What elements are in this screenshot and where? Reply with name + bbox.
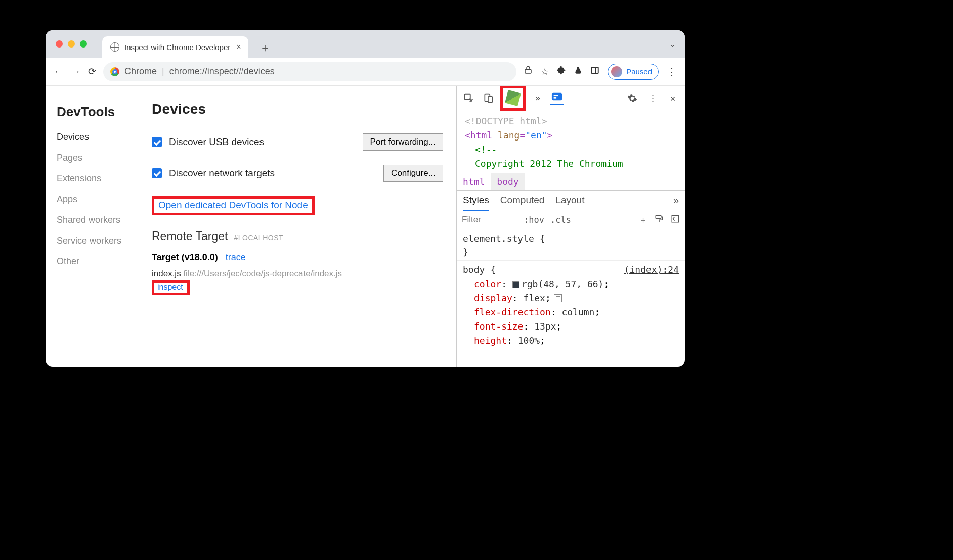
tab-dropdown-icon[interactable]: ⌄ [669, 39, 676, 49]
back-button[interactable]: ← [54, 66, 64, 77]
node-icon[interactable] [506, 91, 520, 105]
css-val: flex [524, 293, 545, 303]
rule-selector: body [463, 264, 485, 275]
devtools-panel: » ⋮ ✕ <!DOCTYPE html> <html lang="en"> [456, 86, 685, 367]
tab-computed[interactable]: Computed [500, 195, 545, 211]
tab-styles[interactable]: Styles [463, 195, 489, 211]
sidebar-item-pages[interactable]: Pages [57, 153, 147, 163]
crumb-body[interactable]: body [491, 173, 525, 190]
flex-icon[interactable] [554, 294, 562, 302]
usb-row: Discover USB devices Port forwarding... [152, 133, 443, 151]
target-name: Target (v18.0.0) [152, 252, 218, 262]
devtools-toolbar: » ⋮ ✕ [457, 86, 685, 110]
sidebar-item-service-workers[interactable]: Service workers [57, 236, 147, 246]
trace-link[interactable]: trace [226, 252, 246, 262]
profile-paused-pill[interactable]: Paused [608, 64, 659, 80]
browser-window: Inspect with Chrome Developer × ＋ ⌄ ← → … [46, 30, 685, 367]
forward-button[interactable]: → [71, 66, 81, 77]
tab-layout[interactable]: Layout [555, 195, 584, 211]
sidebar-item-other[interactable]: Other [57, 256, 147, 267]
sidebar-item-shared-workers[interactable]: Shared workers [57, 215, 147, 225]
maximize-window-button[interactable] [80, 40, 87, 48]
css-val: column [561, 307, 594, 317]
discover-usb-checkbox[interactable]: Discover USB devices [152, 136, 264, 148]
svg-rect-5 [488, 96, 492, 102]
cls-toggle[interactable]: .cls [550, 215, 571, 225]
styles-filter-input[interactable] [462, 215, 517, 225]
dom-breadcrumbs: html body [457, 173, 685, 191]
target-line: Target (v18.0.0) trace [152, 252, 443, 263]
elem-style-close: } [463, 245, 679, 259]
port-forwarding-button[interactable]: Port forwarding... [363, 133, 443, 151]
address-bar[interactable]: Chrome | chrome://inspect/#devices [103, 62, 516, 81]
styles-filter-row: :hov .cls ＋ [457, 211, 685, 229]
remote-target-heading: Remote Target #LOCALHOST [152, 229, 443, 243]
more-tabs-icon[interactable]: » [673, 195, 679, 211]
minimize-window-button[interactable] [68, 40, 75, 48]
toolbar-actions: ☆ Paused ⋮ [524, 64, 677, 80]
tab-title: Inspect with Chrome Developer [124, 43, 230, 52]
css-val: 13px [534, 321, 556, 332]
file-path: file:///Users/jec/code/js-deprecate/inde… [183, 269, 342, 278]
css-prop: color [474, 278, 501, 289]
checkbox-icon [152, 137, 162, 147]
gear-icon[interactable] [625, 91, 639, 105]
sidebar-title: DevTools [57, 104, 147, 120]
dom-tree[interactable]: <!DOCTYPE html> <html lang="en"> <!-- Co… [457, 110, 685, 173]
svg-rect-8 [554, 97, 557, 99]
open-node-devtools-link[interactable]: Open dedicated DevTools for Node [158, 200, 308, 210]
dom-line: <!-- [475, 144, 497, 155]
remote-target-sub: #LOCALHOST [234, 234, 283, 242]
dom-val: "en" [525, 130, 547, 141]
color-swatch[interactable] [512, 281, 519, 288]
file-name: index.js [152, 269, 181, 278]
paint-icon[interactable] [655, 214, 664, 226]
window-controls [56, 40, 87, 48]
sidebar-item-devices[interactable]: Devices [57, 132, 147, 143]
svg-rect-1 [591, 67, 598, 73]
share-icon[interactable] [524, 66, 533, 77]
elements-tab-icon[interactable] [550, 91, 564, 105]
close-window-button[interactable] [56, 40, 63, 48]
close-devtools-icon[interactable]: ✕ [666, 91, 680, 105]
chevron-right-icon[interactable]: » [531, 91, 545, 105]
content-heading: Devices [152, 101, 443, 117]
computed-panel-icon[interactable] [671, 214, 680, 226]
checkbox-icon [152, 168, 162, 178]
labs-flask-icon[interactable] [574, 66, 582, 77]
sidebar-item-apps[interactable]: Apps [57, 194, 147, 205]
side-panel-icon[interactable] [590, 66, 599, 77]
element-style-block[interactable]: element.style { } [457, 229, 685, 261]
dom-line: Copyright 2012 The Chromium [475, 158, 623, 169]
new-tab-button[interactable]: ＋ [259, 40, 271, 56]
crumb-html[interactable]: html [457, 173, 491, 190]
dom-line: <!DOCTYPE html> [465, 116, 547, 126]
configure-button[interactable]: Configure... [383, 165, 443, 182]
more-icon[interactable]: ⋮ [645, 91, 660, 105]
new-style-rule-icon[interactable]: ＋ [639, 214, 647, 226]
device-toolbar-icon[interactable] [481, 91, 495, 105]
rule-source-link[interactable]: (index):24 [624, 263, 679, 277]
browser-tab[interactable]: Inspect with Chrome Developer × [102, 36, 248, 58]
discover-network-checkbox[interactable]: Discover network targets [152, 168, 275, 179]
sidebar-nav: Devices Pages Extensions Apps Shared wor… [57, 132, 147, 267]
extensions-icon[interactable] [557, 66, 566, 77]
avatar [611, 66, 622, 77]
select-element-icon[interactable] [462, 91, 476, 105]
bookmark-star-icon[interactable]: ☆ [541, 66, 549, 77]
inspect-link[interactable]: inspect [157, 283, 183, 291]
css-prop: font-size [474, 321, 524, 332]
hov-toggle[interactable]: :hov [524, 215, 544, 225]
node-devtools-row: Open dedicated DevTools for Node [152, 196, 443, 215]
close-tab-icon[interactable]: × [236, 42, 241, 52]
sidebar-item-extensions[interactable]: Extensions [57, 173, 147, 184]
reload-button[interactable]: ⟳ [88, 66, 96, 77]
menu-icon[interactable]: ⋮ [667, 66, 677, 78]
highlight-box: Open dedicated DevTools for Node [152, 196, 315, 215]
discover-network-label: Discover network targets [169, 168, 275, 179]
css-val: rgb(48, 57, 66) [522, 278, 604, 289]
css-val: 100% [518, 335, 540, 346]
url-scheme-label: Chrome [124, 66, 157, 77]
body-rule-block[interactable]: body { (index):24 color: rgb(48, 57, 66)… [457, 261, 685, 349]
svg-rect-6 [552, 93, 562, 101]
